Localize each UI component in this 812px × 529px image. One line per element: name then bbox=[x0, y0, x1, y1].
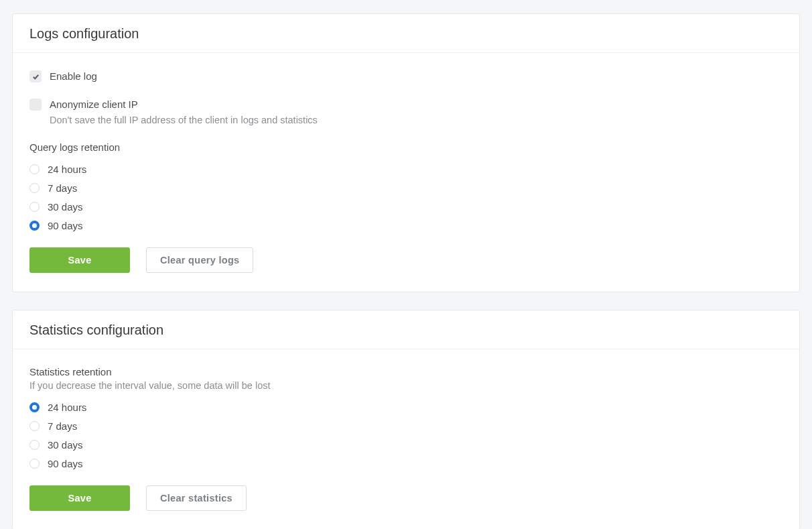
radio-label: 24 hours bbox=[48, 164, 86, 175]
stats-retention-option-90d[interactable]: 90 days bbox=[29, 458, 783, 469]
logs-button-row: Save Clear query logs bbox=[29, 247, 783, 273]
radio-icon bbox=[29, 440, 40, 450]
stats-config-card: Statistics configuration Statistics rete… bbox=[12, 310, 800, 529]
check-icon bbox=[32, 73, 40, 80]
stats-save-button[interactable]: Save bbox=[29, 485, 130, 511]
anonymize-row[interactable]: Anonymize client IP Don't save the full … bbox=[29, 98, 783, 127]
anonymize-desc: Don't save the full IP address of the cl… bbox=[50, 113, 318, 127]
stats-button-row: Save Clear statistics bbox=[29, 485, 783, 511]
radio-icon bbox=[29, 202, 40, 212]
stats-retention-label: Statistics retention bbox=[29, 366, 783, 377]
logs-title: Logs configuration bbox=[29, 26, 783, 42]
clear-query-logs-button[interactable]: Clear query logs bbox=[146, 247, 253, 273]
anonymize-text: Anonymize client IP Don't save the full … bbox=[50, 98, 318, 127]
stats-retention-header: Statistics retention If you decrease the… bbox=[29, 366, 783, 391]
clear-statistics-button[interactable]: Clear statistics bbox=[146, 485, 247, 511]
radio-label: 7 days bbox=[48, 182, 77, 194]
logs-card-header: Logs configuration bbox=[13, 14, 799, 53]
enable-log-row[interactable]: Enable log bbox=[29, 70, 783, 83]
radio-icon bbox=[29, 221, 40, 231]
enable-log-label: Enable log bbox=[50, 70, 97, 83]
radio-icon bbox=[29, 459, 40, 469]
radio-label: 30 days bbox=[48, 201, 83, 213]
logs-retention-option-24h[interactable]: 24 hours bbox=[29, 164, 783, 175]
stats-card-header: Statistics configuration bbox=[13, 310, 799, 349]
logs-retention-option-7d[interactable]: 7 days bbox=[29, 182, 783, 194]
radio-label: 90 days bbox=[48, 220, 83, 231]
stats-retention-group: 24 hours 7 days 30 days 90 days bbox=[29, 402, 783, 469]
logs-save-button[interactable]: Save bbox=[29, 247, 130, 273]
enable-log-checkbox[interactable] bbox=[29, 70, 42, 82]
radio-label: 30 days bbox=[48, 439, 83, 451]
radio-label: 24 hours bbox=[48, 402, 86, 413]
stats-title: Statistics configuration bbox=[29, 322, 783, 338]
logs-retention-option-90d[interactable]: 90 days bbox=[29, 220, 783, 231]
stats-retention-option-24h[interactable]: 24 hours bbox=[29, 402, 783, 413]
stats-retention-option-30d[interactable]: 30 days bbox=[29, 439, 783, 451]
radio-icon bbox=[29, 402, 40, 412]
logs-card-body: Enable log Anonymize client IP Don't sav… bbox=[13, 53, 799, 292]
anonymize-checkbox[interactable] bbox=[29, 99, 42, 111]
radio-label: 90 days bbox=[48, 458, 83, 469]
enable-log-text: Enable log bbox=[50, 70, 97, 83]
logs-config-card: Logs configuration Enable log Anonymize … bbox=[12, 13, 800, 292]
stats-retention-desc: If you decrease the interval value, some… bbox=[29, 380, 783, 391]
radio-label: 7 days bbox=[48, 420, 77, 432]
stats-card-body: Statistics retention If you decrease the… bbox=[13, 349, 799, 529]
anonymize-label: Anonymize client IP bbox=[50, 98, 318, 111]
stats-retention-option-7d[interactable]: 7 days bbox=[29, 420, 783, 432]
radio-icon bbox=[29, 183, 40, 193]
logs-retention-label: Query logs retention bbox=[29, 141, 783, 153]
radio-icon bbox=[29, 421, 40, 431]
logs-retention-option-30d[interactable]: 30 days bbox=[29, 201, 783, 213]
logs-retention-group: 24 hours 7 days 30 days 90 days bbox=[29, 164, 783, 231]
radio-icon bbox=[29, 164, 40, 174]
